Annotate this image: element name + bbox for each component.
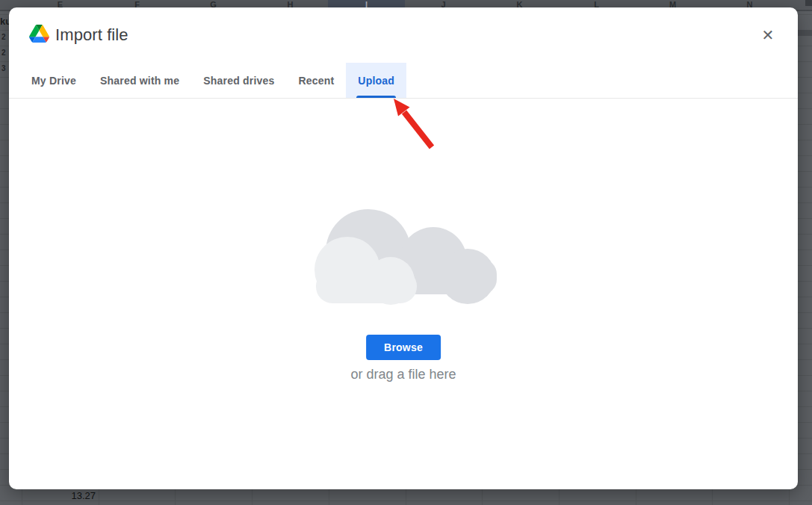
tab-my-drive[interactable]: My Drive (19, 63, 88, 98)
tab-upload[interactable]: Upload (346, 63, 406, 98)
dialog-header: Import file ✕ (9, 7, 798, 63)
tab-recent[interactable]: Recent (286, 63, 346, 98)
frozen-row-border-fragment (796, 30, 812, 36)
import-file-dialog: Import file ✕ My Drive Shared with me Sh… (9, 7, 798, 489)
sheet-cell-value: 13.27 (22, 490, 96, 501)
tab-shared-drives[interactable]: Shared drives (191, 63, 286, 98)
drag-file-hint: or drag a file here (9, 367, 798, 382)
close-icon[interactable]: ✕ (758, 25, 778, 45)
cloud-upload-illustration (306, 186, 500, 306)
sheet-gridline (0, 501, 812, 501)
scrollbar-fragment (805, 0, 812, 6)
tab-shared-with-me[interactable]: Shared with me (88, 63, 191, 98)
dialog-tab-bar: My Drive Shared with me Shared drives Re… (9, 63, 798, 99)
dialog-title: Import file (55, 25, 128, 46)
upload-panel: Browse or drag a file here (9, 99, 798, 489)
tab-upload-label: Upload (358, 75, 394, 87)
active-tab-indicator (356, 96, 396, 98)
browse-button[interactable]: Browse (366, 335, 441, 360)
google-drive-icon (29, 25, 49, 43)
